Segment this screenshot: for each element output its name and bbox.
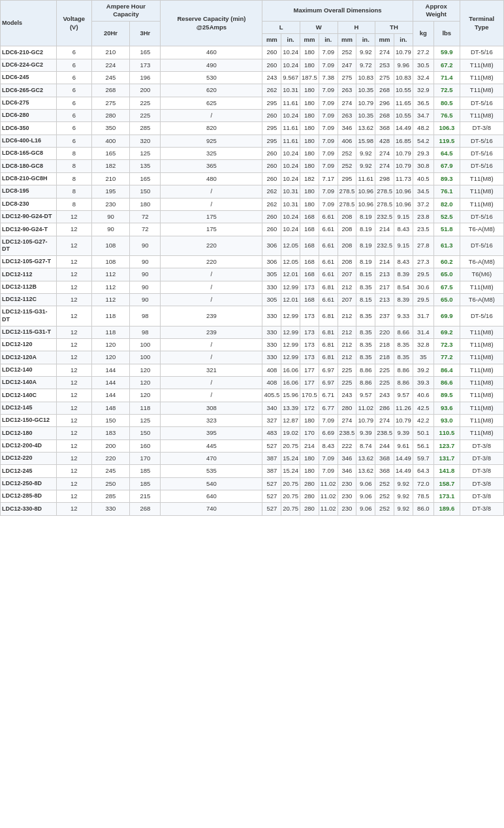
table-cell: 220 bbox=[91, 453, 130, 465]
table-cell: 10.31 bbox=[281, 84, 300, 97]
table-cell: 222 bbox=[338, 439, 356, 452]
table-cell: 225 bbox=[375, 364, 394, 376]
table-cell: 280 bbox=[300, 503, 319, 515]
table-cell: 6.61 bbox=[319, 293, 338, 306]
table-cell: 7.09 bbox=[319, 110, 338, 122]
table-cell: 67.9 bbox=[434, 160, 460, 172]
table-cell: 9.57 bbox=[356, 389, 375, 402]
table-cell: 12.99 bbox=[281, 351, 300, 364]
table-cell: 20.75 bbox=[281, 503, 300, 515]
table-cell: 10.79 bbox=[394, 148, 413, 160]
table-cell: 180 bbox=[300, 465, 319, 477]
table-cell: T11(M8) bbox=[460, 427, 503, 439]
table-cell: 252 bbox=[338, 160, 356, 172]
table-row: LDC6-2806280225/26010.241807.0926310.352… bbox=[1, 110, 504, 122]
table-cell: 9.33 bbox=[394, 306, 413, 326]
table-cell: 180 bbox=[300, 135, 319, 147]
table-cell: 10.55 bbox=[394, 110, 413, 122]
table-cell: 120 bbox=[91, 339, 130, 351]
table-cell: LDC6-265-GC2 bbox=[1, 84, 57, 97]
table-cell: 150 bbox=[130, 427, 161, 439]
table-cell: 308 bbox=[161, 402, 262, 414]
table-cell: 10.24 bbox=[281, 223, 300, 236]
table-cell: T11(M8) bbox=[460, 402, 503, 414]
table-cell: T6-A(M8) bbox=[460, 223, 503, 236]
table-cell: 11.61 bbox=[281, 122, 300, 135]
table-cell: LDC6-224-GC2 bbox=[1, 59, 57, 71]
table-cell: 42.5 bbox=[413, 402, 433, 414]
table-cell: 39.2 bbox=[413, 364, 433, 376]
table-cell: 90 bbox=[130, 268, 161, 281]
table-cell: 7.09 bbox=[319, 148, 338, 160]
table-cell: 268 bbox=[91, 84, 130, 97]
table-cell: LDC12-120 bbox=[1, 339, 57, 351]
table-cell: 6.61 bbox=[319, 236, 338, 255]
table-cell: 11.02 bbox=[356, 402, 375, 414]
table-cell: 225 bbox=[338, 377, 356, 389]
table-cell: 16.85 bbox=[394, 135, 413, 147]
table-cell: 8.35 bbox=[356, 339, 375, 351]
table-cell: 15.24 bbox=[281, 465, 300, 477]
table-cell: / bbox=[161, 389, 262, 402]
table-cell: 72 bbox=[130, 223, 161, 236]
table-cell: LDC8-165-GC8 bbox=[1, 148, 57, 160]
table-cell: 14.49 bbox=[394, 465, 413, 477]
table-cell: 6.97 bbox=[319, 364, 338, 376]
table-cell: 12 bbox=[57, 477, 92, 490]
table-cell: LDC6-400-L16 bbox=[1, 135, 57, 147]
table-cell: DT-5/16 bbox=[460, 97, 503, 109]
table-cell: 12 bbox=[57, 268, 92, 281]
table-cell: 93.0 bbox=[434, 415, 460, 427]
table-cell: 208 bbox=[338, 255, 356, 268]
table-cell: 8.43 bbox=[394, 255, 413, 268]
table-cell: 30.5 bbox=[413, 59, 433, 71]
table-cell: 12 bbox=[57, 490, 92, 503]
table-cell: 100 bbox=[130, 351, 161, 364]
table-cell: 93.6 bbox=[434, 402, 460, 414]
table-cell: 11.65 bbox=[394, 97, 413, 109]
table-cell: 39.3 bbox=[413, 377, 433, 389]
table-cell: 185 bbox=[130, 477, 161, 490]
header-th-mm: mm bbox=[375, 34, 394, 46]
table-cell: 29.3 bbox=[413, 148, 433, 160]
table-cell: LDC12-145 bbox=[1, 402, 57, 414]
table-cell: 50.1 bbox=[413, 427, 433, 439]
table-cell: 8 bbox=[57, 172, 92, 185]
table-cell: LDC12-105-G27-T bbox=[1, 255, 57, 268]
table-cell: 640 bbox=[161, 490, 262, 503]
table-cell: 187.5 bbox=[300, 72, 319, 84]
table-cell: 6.81 bbox=[319, 306, 338, 326]
table-cell: 90 bbox=[130, 236, 161, 255]
table-row: LDC6-210-GC2621016546026010.241807.09252… bbox=[1, 46, 504, 59]
table-cell: 76.5 bbox=[434, 110, 460, 122]
table-cell: 280 bbox=[300, 477, 319, 490]
table-row: LDC12-2451224518553538715.241807.0934613… bbox=[1, 465, 504, 477]
table-cell: T11(M8) bbox=[460, 281, 503, 293]
table-cell: 13.62 bbox=[356, 453, 375, 465]
table-cell: 245 bbox=[91, 465, 130, 477]
table-row: LDC6-350635028582029511.611807.0934613.6… bbox=[1, 122, 504, 135]
table-cell: 14.49 bbox=[394, 122, 413, 135]
table-cell: 11.02 bbox=[319, 503, 338, 515]
table-cell: 112 bbox=[91, 281, 130, 293]
table-cell: T11(M8) bbox=[460, 389, 503, 402]
table-cell: 212 bbox=[338, 339, 356, 351]
table-cell: 10.79 bbox=[394, 160, 413, 172]
header-h-in: in. bbox=[356, 34, 375, 46]
table-cell: 125 bbox=[130, 148, 161, 160]
table-cell: 168 bbox=[300, 268, 319, 281]
table-cell: 212 bbox=[338, 281, 356, 293]
table-cell: 252 bbox=[375, 490, 394, 503]
table-cell: LDC6-210-GC2 bbox=[1, 46, 57, 59]
table-cell: 173 bbox=[300, 339, 319, 351]
table-cell: 8 bbox=[57, 160, 92, 172]
table-cell: 260 bbox=[262, 59, 281, 71]
table-cell: 262 bbox=[262, 198, 281, 210]
table-cell: DT-3/8 bbox=[460, 439, 503, 452]
table-cell: 280 bbox=[338, 402, 356, 414]
table-cell: 135 bbox=[130, 160, 161, 172]
table-cell: 295 bbox=[338, 172, 356, 185]
table-cell: 217 bbox=[375, 281, 394, 293]
table-cell: 118 bbox=[91, 326, 130, 338]
table-cell: 69.2 bbox=[434, 326, 460, 338]
